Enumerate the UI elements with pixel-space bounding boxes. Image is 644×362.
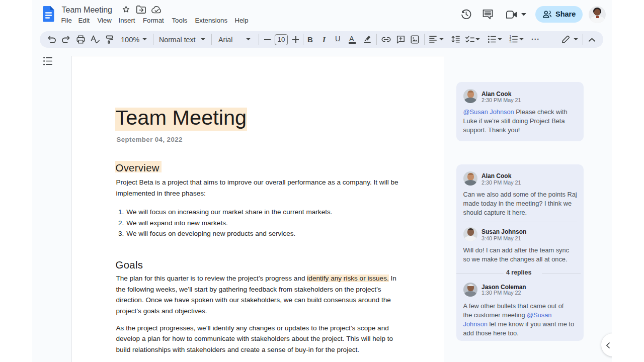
svg-text:3: 3 xyxy=(510,40,512,43)
